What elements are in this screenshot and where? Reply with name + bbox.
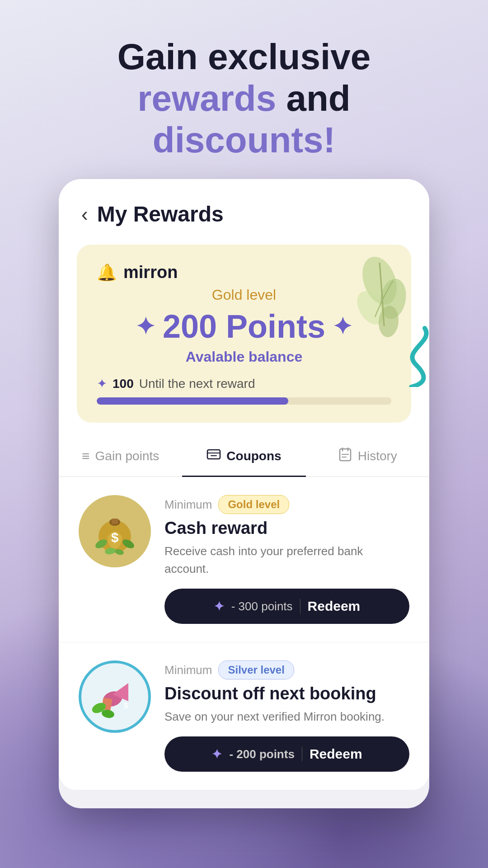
main-headline: Gain exclusive rewards and discounts! <box>27 36 461 161</box>
discount-title: Discount off next booking <box>164 684 409 703</box>
app-content: ‹ My Rewards 🔔 mirron Gold level <box>59 179 429 790</box>
progress-bar-fill <box>97 397 288 405</box>
next-reward-row: ✦ 100 Until the next reward <box>97 376 391 391</box>
discount-redeem-label: Redeem <box>310 746 362 762</box>
cash-reward-details: Minimum Gold level Cash reward Receive c… <box>164 495 409 624</box>
coupons-icon <box>206 447 221 465</box>
cash-reward-title: Cash reward <box>164 519 409 538</box>
next-reward-sparkle: ✦ <box>97 376 107 391</box>
points-value: 200 Points <box>163 308 325 345</box>
cash-points-cost: - 300 points <box>231 599 293 613</box>
tab-coupons[interactable]: Coupons <box>182 436 305 477</box>
cash-redeem-label: Redeem <box>308 599 361 614</box>
discount-level-badge: Silver level <box>218 660 294 679</box>
phone-card: ‹ My Rewards 🔔 mirron Gold level <box>59 179 429 808</box>
btn-divider <box>300 599 300 613</box>
discount-redeem-button[interactable]: ✦ - 200 points Redeem <box>164 736 409 772</box>
next-reward-text: Until the next reward <box>139 377 255 391</box>
points-card: 🔔 mirron Gold level ✦ 200 Points ✦ Avala… <box>77 245 411 423</box>
header-section: Gain exclusive rewards and discounts! <box>0 0 488 179</box>
tab-gain-points-label: Gain points <box>95 449 160 463</box>
cash-reward-desc: Receive cash into your preferred bank ac… <box>164 542 409 578</box>
discount-details: Minimum Silver level Discount off next b… <box>164 660 409 772</box>
discount-points-cost: - 200 points <box>229 747 294 761</box>
balance-label: Avalable balance <box>97 349 391 365</box>
cash-reward-image: $ <box>79 495 151 567</box>
discount-image: $ <box>79 660 151 733</box>
page-title: My Rewards <box>97 202 224 226</box>
discount-desc: Save on your next verified Mirron bookin… <box>164 708 409 726</box>
teal-swirl-decoration <box>393 324 429 395</box>
tab-history[interactable]: History <box>306 436 429 477</box>
coupon-item-cash: $ Minimum Gold level Cash reward Receive <box>59 477 429 642</box>
tabs-bar: ≡ Gain points Coupons <box>59 436 429 477</box>
progress-bar-background <box>97 397 391 405</box>
brand-icon: 🔔 <box>97 263 117 282</box>
svg-rect-14 <box>112 519 118 524</box>
discount-minimum-label: Minimum <box>164 663 212 677</box>
gain-points-icon: ≡ <box>82 448 90 464</box>
next-reward-number: 100 <box>113 377 134 391</box>
tab-coupons-label: Coupons <box>226 449 281 463</box>
cash-minimum-row: Minimum Gold level <box>164 495 409 514</box>
history-icon <box>338 447 352 465</box>
coupon-list: $ Minimum Gold level Cash reward Receive <box>59 477 429 790</box>
tab-history-label: History <box>358 449 397 463</box>
back-button[interactable]: ‹ <box>81 203 88 226</box>
cash-minimum-label: Minimum <box>164 498 212 512</box>
brand-name: mirron <box>123 263 178 282</box>
discount-redeem-sparkle: ✦ <box>211 747 222 762</box>
sparkle-left: ✦ <box>136 313 155 340</box>
tab-gain-points[interactable]: ≡ Gain points <box>59 436 182 477</box>
nav-bar: ‹ My Rewards <box>59 179 429 236</box>
discount-minimum-row: Minimum Silver level <box>164 660 409 679</box>
btn-divider-2 <box>302 747 302 761</box>
svg-text:$: $ <box>111 530 119 545</box>
svg-rect-4 <box>207 450 220 459</box>
cash-redeem-button[interactable]: ✦ - 300 points Redeem <box>164 589 409 624</box>
coupon-item-discount: $ Minimum Silver level Discount off next… <box>59 642 429 790</box>
cash-level-badge: Gold level <box>218 495 289 514</box>
svg-text:$: $ <box>124 702 128 709</box>
redeem-sparkle-icon: ✦ <box>214 599 224 614</box>
